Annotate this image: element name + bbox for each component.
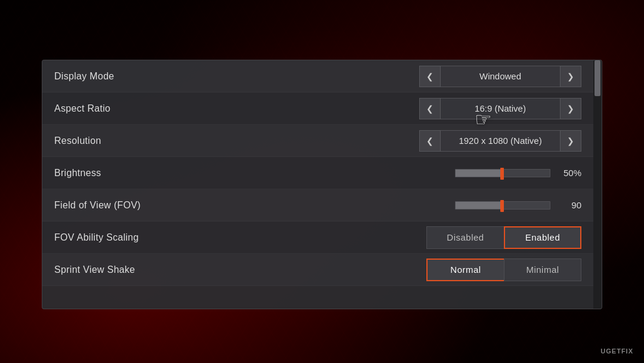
fov-scaling-disabled-btn[interactable]: Disabled — [426, 226, 504, 249]
aspect-ratio-value: 16:9 (Native) — [441, 98, 560, 119]
brightness-handle — [500, 168, 504, 180]
fov-scaling-label: FOV Ability Scaling — [54, 232, 426, 243]
display-mode-next[interactable]: ❯ — [560, 66, 581, 87]
fov-scaling-row: FOV Ability Scaling Disabled Enabled — [42, 222, 593, 254]
fov-row: Field of View (FOV) 90 — [42, 189, 593, 222]
brightness-label: Brightness — [54, 168, 455, 179]
brightness-slider[interactable] — [455, 169, 550, 177]
sprint-shake-label: Sprint View Shake — [54, 264, 426, 275]
aspect-ratio-prev[interactable]: ❮ — [419, 98, 441, 119]
brightness-fill — [456, 170, 503, 177]
display-mode-label: Display Mode — [54, 71, 419, 82]
fov-label: Field of View (FOV) — [54, 200, 455, 211]
fov-value: 90 — [558, 200, 581, 210]
fov-fill — [456, 202, 503, 209]
display-mode-prev[interactable]: ❮ — [419, 66, 441, 87]
aspect-ratio-control: ❮ 16:9 (Native) ❯ — [419, 98, 581, 119]
fov-scaling-enabled-btn[interactable]: Enabled — [504, 226, 581, 249]
scrollbar[interactable] — [593, 60, 602, 309]
resolution-next[interactable]: ❯ — [560, 130, 581, 152]
watermark-text: UGETFIX — [600, 347, 633, 355]
brightness-row: Brightness 50% — [42, 157, 593, 189]
fov-handle — [500, 200, 504, 212]
brightness-value: 50% — [558, 168, 581, 178]
resolution-value: 1920 x 1080 (Native) — [441, 130, 560, 152]
sprint-shake-row: Sprint View Shake Normal Minimal — [42, 254, 593, 286]
display-mode-row: Display Mode ❮ Windowed ❯ — [42, 60, 593, 93]
resolution-control: ❮ 1920 x 1080 (Native) ❯ — [419, 130, 581, 152]
resolution-row: Resolution ❮ 1920 x 1080 (Native) ❯ — [42, 125, 593, 157]
settings-list: Display Mode ❮ Windowed ❯ Aspect Ratio ❮… — [42, 60, 602, 286]
sprint-shake-normal-btn[interactable]: Normal — [426, 259, 504, 281]
sprint-shake-minimal-btn[interactable]: Minimal — [504, 259, 581, 281]
fov-scaling-control: Disabled Enabled — [426, 226, 581, 249]
display-mode-value: Windowed — [441, 66, 560, 87]
aspect-ratio-next[interactable]: ❯ — [560, 98, 581, 119]
display-mode-control: ❮ Windowed ❯ — [419, 66, 581, 87]
aspect-ratio-row: Aspect Ratio ❮ 16:9 (Native) ❯ — [42, 93, 593, 125]
settings-panel: Display Mode ❮ Windowed ❯ Aspect Ratio ❮… — [42, 60, 602, 309]
aspect-ratio-label: Aspect Ratio — [54, 103, 419, 114]
scrollbar-thumb — [595, 60, 600, 96]
fov-control: 90 — [455, 200, 581, 210]
sprint-shake-control: Normal Minimal — [426, 259, 581, 281]
brightness-control: 50% — [455, 168, 581, 178]
resolution-label: Resolution — [54, 136, 419, 146]
fov-slider[interactable] — [455, 201, 550, 210]
resolution-prev[interactable]: ❮ — [419, 130, 441, 152]
